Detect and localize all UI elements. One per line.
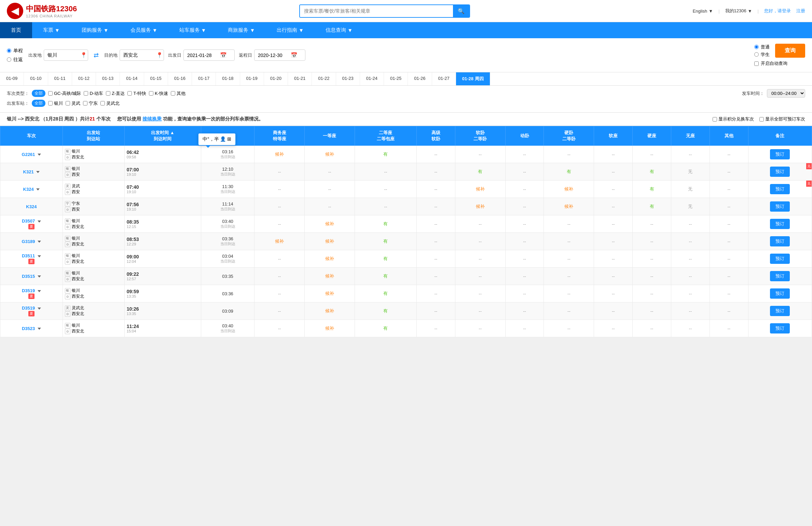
train-no-link[interactable]: D3519 [22, 305, 35, 311]
station-all-tag[interactable]: 全部 [32, 100, 45, 107]
query-button[interactable]: 查询 [775, 44, 805, 58]
hard-berth-cell[interactable]: 候补 [544, 181, 594, 198]
hard-seat-cell[interactable]: 有 [633, 163, 671, 181]
date-item-0118[interactable]: 01-18 [216, 72, 240, 85]
date-item-0128[interactable]: 01-28 周四 [456, 72, 490, 85]
book-button[interactable]: 预订 [770, 149, 790, 159]
expand-arrow[interactable] [36, 171, 40, 173]
first-cell[interactable]: 候补 [305, 250, 355, 268]
from-input[interactable]: 📍 [44, 49, 88, 61]
second-cell[interactable]: 有 [355, 268, 416, 285]
hard-berth-cell[interactable]: 有 [544, 163, 594, 181]
business-cell[interactable]: 候补 [254, 146, 305, 163]
expand-arrow[interactable] [38, 328, 41, 330]
transfer-link[interactable]: 接续换乘 [142, 116, 162, 122]
second-cell[interactable]: 有 [355, 320, 416, 337]
search-button[interactable]: 🔍 [453, 5, 469, 17]
book-button[interactable]: 预订 [770, 201, 790, 212]
second-cell[interactable]: 有 [355, 285, 416, 302]
expand-arrow[interactable] [38, 308, 41, 310]
date-item-0116[interactable]: 01-16 [168, 72, 192, 85]
date-item-0119[interactable]: 01-19 [240, 72, 264, 85]
my-account-button[interactable]: 我的12306 ▼ [725, 8, 752, 14]
hard-seat-cell[interactable]: 有 [633, 181, 671, 198]
no-seat-cell[interactable]: 无 [671, 181, 710, 198]
filter-t[interactable]: T-特快 [127, 90, 146, 97]
search-input[interactable] [300, 5, 453, 17]
register-button[interactable]: 注册 [796, 8, 805, 14]
date-item-0101[interactable]: 01-09 [0, 72, 24, 85]
swap-button[interactable]: ⇄ [92, 50, 100, 60]
date-item-0126[interactable]: 01-26 [408, 72, 432, 85]
nav-item-info[interactable]: 信息查询 ▼ [315, 22, 363, 38]
depart-date-text[interactable] [187, 53, 218, 58]
second-cell[interactable]: 有 [355, 146, 416, 163]
date-item-0113[interactable]: 01-13 [96, 72, 120, 85]
soft-berth-cell[interactable]: 有 [455, 163, 505, 181]
book-button[interactable]: 预订 [770, 254, 790, 264]
book-button[interactable]: 预订 [770, 236, 790, 246]
filter-z[interactable]: Z-直达 [106, 90, 125, 97]
nav-item-home[interactable]: 首页 [0, 22, 32, 38]
depart-date-input[interactable]: 📅 [183, 49, 235, 61]
train-no-link[interactable]: D3511 [22, 253, 35, 258]
login-button[interactable]: 您好，请登录 [764, 8, 791, 14]
date-item-0124[interactable]: 01-24 [360, 72, 384, 85]
filter-yinchuan[interactable]: 银川 [48, 100, 63, 106]
expand-arrow[interactable] [36, 188, 40, 190]
book-button[interactable]: 预订 [770, 184, 790, 194]
book-button[interactable]: 预订 [770, 323, 790, 333]
first-cell[interactable]: 候补 [305, 215, 355, 233]
train-no-link[interactable]: K324 [26, 204, 37, 209]
hard-berth-cell[interactable]: 候补 [544, 198, 594, 215]
book-button[interactable]: 预订 [770, 219, 790, 229]
business-cell[interactable]: 候补 [254, 233, 305, 250]
train-no-link[interactable]: D3515 [22, 274, 35, 279]
train-no-link[interactable]: G2261 [22, 152, 35, 157]
first-cell[interactable]: 候补 [305, 268, 355, 285]
filter-lingwubei[interactable]: 灵武北 [100, 100, 120, 106]
expand-arrow[interactable] [38, 275, 41, 278]
nav-item-tickets[interactable]: 车票 ▼ [32, 22, 71, 38]
first-cell[interactable]: 候补 [305, 320, 355, 337]
soft-berth-cell[interactable]: 候补 [455, 181, 505, 198]
first-cell[interactable]: 候补 [305, 302, 355, 320]
nav-item-group[interactable]: 团购服务 ▼ [71, 22, 120, 38]
filter-other[interactable]: 其他 [171, 90, 185, 97]
expand-arrow[interactable] [38, 290, 41, 292]
second-cell[interactable]: 有 [355, 250, 416, 268]
nav-item-guide[interactable]: 出行指南 ▼ [266, 22, 315, 38]
return-date-input[interactable]: 📅 [254, 49, 305, 61]
date-item-0122[interactable]: 01-22 [312, 72, 336, 85]
date-item-0112[interactable]: 01-12 [72, 72, 96, 85]
hard-seat-cell[interactable]: 有 [633, 198, 671, 215]
filter-gc[interactable]: GC-高铁/城际 [48, 90, 81, 97]
date-item-0111[interactable]: 01-11 [48, 72, 72, 85]
round-trip-radio[interactable]: 往返 [7, 57, 23, 63]
from-text-input[interactable] [47, 53, 78, 58]
expand-arrow[interactable] [38, 221, 41, 223]
return-date-text[interactable] [258, 53, 289, 58]
book-button[interactable]: 预订 [770, 167, 790, 177]
filter-lingwu[interactable]: 灵武 [66, 100, 80, 106]
first-cell[interactable]: 候补 [305, 233, 355, 250]
no-seat-cell[interactable]: 无 [671, 163, 710, 181]
no-seat-cell[interactable]: 无 [671, 198, 710, 215]
date-item-0127[interactable]: 01-27 [432, 72, 456, 85]
expand-arrow[interactable] [38, 241, 41, 243]
filter-d[interactable]: D-动车 [84, 90, 103, 97]
expand-arrow[interactable] [38, 255, 41, 257]
date-item-0114[interactable]: 01-14 [120, 72, 144, 85]
normal-ticket-radio[interactable]: 普通 [754, 44, 770, 50]
first-cell[interactable]: 候补 [305, 285, 355, 302]
book-button[interactable]: 预订 [770, 271, 790, 281]
date-item-0125[interactable]: 01-25 [384, 72, 408, 85]
expand-arrow[interactable] [38, 154, 41, 156]
points-exchange-check[interactable]: 显示积分兑换车次 [713, 116, 754, 122]
filter-all-tag[interactable]: 全部 [32, 90, 45, 97]
student-ticket-radio[interactable]: 学生 [754, 52, 770, 58]
second-cell[interactable]: 有 [355, 233, 416, 250]
one-way-radio[interactable]: 单程 [7, 48, 23, 54]
second-cell[interactable]: 有 [355, 302, 416, 320]
train-no-link[interactable]: D3523 [22, 326, 35, 331]
